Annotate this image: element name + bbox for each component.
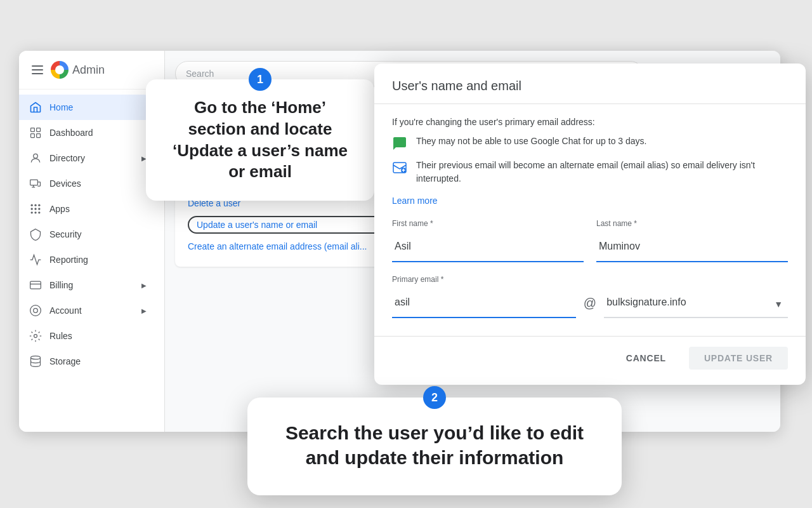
- dialog-title: User's name and email: [392, 79, 788, 93]
- svg-point-19: [34, 335, 37, 338]
- step1-badge: 1: [249, 68, 272, 91]
- sidebar: Admin Home: [19, 51, 165, 432]
- sidebar-item-dashboard-label: Dashboard: [49, 128, 93, 138]
- svg-rect-2: [31, 134, 35, 138]
- chat-info-item: They may not be able to use Google Chat …: [392, 135, 788, 151]
- search-placeholder: Search: [186, 69, 214, 79]
- sidebar-item-home[interactable]: Home: [19, 95, 157, 120]
- first-name-field: First name *: [392, 219, 584, 262]
- sidebar-nav: Home Dashboard: [19, 90, 164, 432]
- sidebar-item-billing[interactable]: Billing ▶: [19, 272, 157, 298]
- svg-rect-1: [37, 128, 41, 132]
- svg-rect-15: [30, 281, 41, 289]
- svg-point-12: [31, 211, 33, 213]
- cancel-button[interactable]: CANCEL: [611, 347, 681, 370]
- first-name-input[interactable]: [392, 232, 584, 262]
- sidebar-item-billing-label: Billing: [49, 280, 73, 290]
- apps-icon: [29, 203, 42, 215]
- last-name-label: Last name *: [596, 219, 788, 228]
- svg-point-18: [30, 305, 41, 316]
- storage-icon: [29, 355, 42, 368]
- domain-select-field: ▼: [604, 288, 788, 318]
- last-name-input[interactable]: [596, 232, 788, 262]
- svg-point-13: [34, 211, 36, 213]
- sidebar-header: Admin: [19, 51, 164, 90]
- step1-callout: 1 Go to the ‘Home’ section and locate ‘U…: [146, 79, 374, 201]
- devices-icon: [29, 177, 42, 190]
- svg-point-17: [34, 309, 38, 313]
- svg-rect-5: [30, 180, 38, 185]
- dialog-footer: CANCEL UPDATE USER: [374, 336, 806, 385]
- email-add-icon: [392, 160, 407, 175]
- first-name-label: First name *: [392, 219, 584, 228]
- sidebar-item-security-label: Security: [49, 229, 82, 239]
- sidebar-item-dashboard[interactable]: Dashboard: [19, 120, 157, 145]
- app-logo: Admin: [51, 61, 105, 79]
- dashboard-icon: [29, 126, 42, 139]
- sidebar-item-security[interactable]: Security: [19, 222, 157, 247]
- step1-text: Go to the ‘Home’ section and locate ‘Upd…: [166, 97, 354, 183]
- step2-text: Search the user you’d like to edit and u…: [278, 420, 591, 470]
- home-icon: [29, 101, 42, 114]
- sidebar-item-storage[interactable]: Storage: [19, 349, 157, 374]
- info-heading: If you're changing the user's primary em…: [392, 117, 788, 127]
- sidebar-item-devices-label: Devices: [49, 178, 81, 189]
- sidebar-item-directory[interactable]: Directory ▶: [19, 145, 157, 171]
- learn-more-link[interactable]: Learn more: [392, 196, 438, 206]
- logo-circle-icon: [51, 61, 69, 79]
- step2-callout: 2 Search the user you’d like to edit and…: [247, 398, 622, 495]
- svg-point-9: [31, 208, 33, 210]
- email-form-row: Primary email * @ ▼: [392, 275, 788, 318]
- email-local-field: Primary email *: [392, 275, 576, 318]
- svg-point-14: [38, 211, 40, 213]
- name-form-row: First name * Last name *: [392, 219, 788, 262]
- svg-point-4: [34, 154, 38, 158]
- update-user-button[interactable]: UPDATE USER: [689, 347, 788, 370]
- chat-info-text: They may not be able to use Google Chat …: [416, 135, 646, 148]
- security-icon: [29, 228, 42, 241]
- email-info-item: Their previous email will become an alte…: [392, 159, 788, 185]
- dialog: User's name and email If you're changing…: [374, 64, 806, 385]
- directory-icon: [29, 152, 42, 164]
- dialog-header: User's name and email: [374, 64, 806, 104]
- svg-point-8: [38, 204, 40, 206]
- sidebar-item-account[interactable]: Account ▶: [19, 298, 157, 323]
- rules-icon: [29, 330, 42, 342]
- svg-point-6: [31, 204, 33, 206]
- sidebar-item-rules-label: Rules: [49, 331, 72, 341]
- sidebar-item-account-label: Account: [49, 305, 82, 316]
- app-title: Admin: [72, 64, 105, 77]
- svg-point-20: [31, 356, 41, 359]
- svg-point-7: [34, 204, 36, 206]
- dialog-body: If you're changing the user's primary em…: [374, 104, 806, 336]
- svg-point-11: [38, 208, 40, 210]
- sidebar-item-storage-label: Storage: [49, 356, 81, 366]
- chat-icon: [392, 136, 407, 151]
- sidebar-item-reporting-label: Reporting: [49, 255, 88, 265]
- info-section: If you're changing the user's primary em…: [392, 117, 788, 206]
- step2-badge: 2: [423, 386, 446, 409]
- sidebar-item-directory-label: Directory: [49, 153, 85, 163]
- billing-icon: [29, 279, 42, 291]
- last-name-field: Last name *: [596, 219, 788, 262]
- sidebar-item-apps-label: Apps: [49, 204, 70, 214]
- svg-point-10: [34, 208, 36, 210]
- email-info-text: Their previous email will become an alte…: [416, 159, 788, 185]
- svg-rect-0: [31, 128, 35, 132]
- billing-chevron-icon: ▶: [141, 282, 147, 289]
- sidebar-item-rules[interactable]: Rules: [19, 323, 157, 349]
- hamburger-button[interactable]: [29, 63, 46, 77]
- account-icon: [29, 304, 42, 317]
- sidebar-item-devices[interactable]: Devices: [19, 171, 157, 196]
- sidebar-item-apps[interactable]: Apps: [19, 196, 157, 222]
- at-sign: @: [584, 296, 596, 318]
- sidebar-item-home-label: Home: [49, 102, 73, 112]
- reporting-icon: [29, 253, 42, 266]
- account-chevron-icon: ▶: [141, 307, 147, 314]
- sidebar-item-reporting[interactable]: Reporting: [19, 247, 157, 272]
- primary-email-label: Primary email *: [392, 275, 576, 284]
- domain-chevron-icon: ▼: [774, 299, 783, 309]
- domain-input[interactable]: [604, 288, 788, 318]
- svg-rect-3: [37, 134, 41, 138]
- email-local-input[interactable]: [392, 288, 576, 318]
